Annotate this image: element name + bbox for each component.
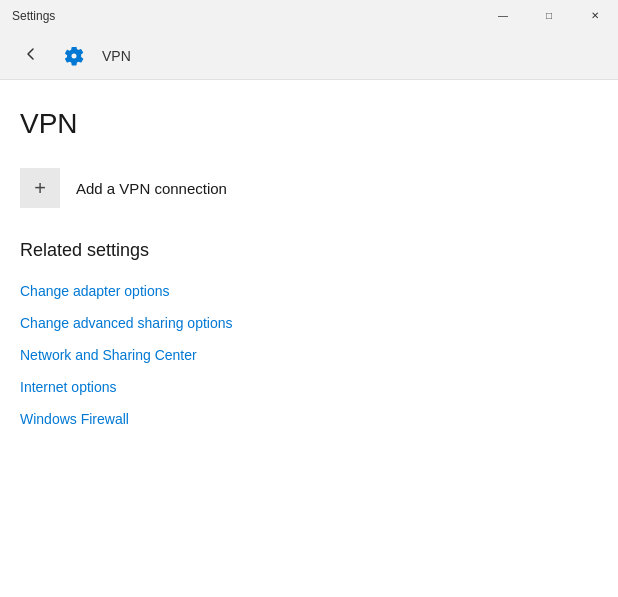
main-content: VPN + Add a VPN connection Related setti… bbox=[0, 80, 618, 597]
title-bar-controls: — □ ✕ bbox=[480, 0, 618, 32]
window-title: Settings bbox=[12, 9, 55, 23]
link-windows-firewall[interactable]: Windows Firewall bbox=[20, 405, 129, 433]
link-change-adapter-options[interactable]: Change adapter options bbox=[20, 277, 169, 305]
header-bar: VPN bbox=[0, 32, 618, 80]
maximize-button[interactable]: □ bbox=[526, 0, 572, 32]
maximize-icon: □ bbox=[546, 11, 552, 21]
close-button[interactable]: ✕ bbox=[572, 0, 618, 32]
related-settings-section: Related settings Change adapter options … bbox=[20, 240, 598, 433]
back-arrow-icon bbox=[23, 46, 39, 66]
minimize-icon: — bbox=[498, 11, 508, 21]
page-title: VPN bbox=[20, 108, 598, 140]
add-vpn-container: + Add a VPN connection bbox=[20, 168, 598, 208]
related-settings-heading: Related settings bbox=[20, 240, 598, 261]
title-bar-left: Settings bbox=[12, 9, 55, 23]
link-change-advanced-sharing[interactable]: Change advanced sharing options bbox=[20, 309, 233, 337]
title-bar: Settings — □ ✕ bbox=[0, 0, 618, 32]
link-network-sharing-center[interactable]: Network and Sharing Center bbox=[20, 341, 197, 369]
link-internet-options[interactable]: Internet options bbox=[20, 373, 117, 401]
settings-window: Settings — □ ✕ VPN bbox=[0, 0, 618, 597]
header-title: VPN bbox=[102, 48, 131, 64]
plus-icon: + bbox=[34, 177, 46, 200]
close-icon: ✕ bbox=[591, 11, 599, 21]
related-links-list: Change adapter options Change advanced s… bbox=[20, 277, 598, 433]
header-gear-icon bbox=[62, 44, 86, 68]
minimize-button[interactable]: — bbox=[480, 0, 526, 32]
back-button[interactable] bbox=[16, 41, 46, 71]
add-vpn-button[interactable]: + bbox=[20, 168, 60, 208]
add-vpn-label[interactable]: Add a VPN connection bbox=[60, 180, 227, 197]
